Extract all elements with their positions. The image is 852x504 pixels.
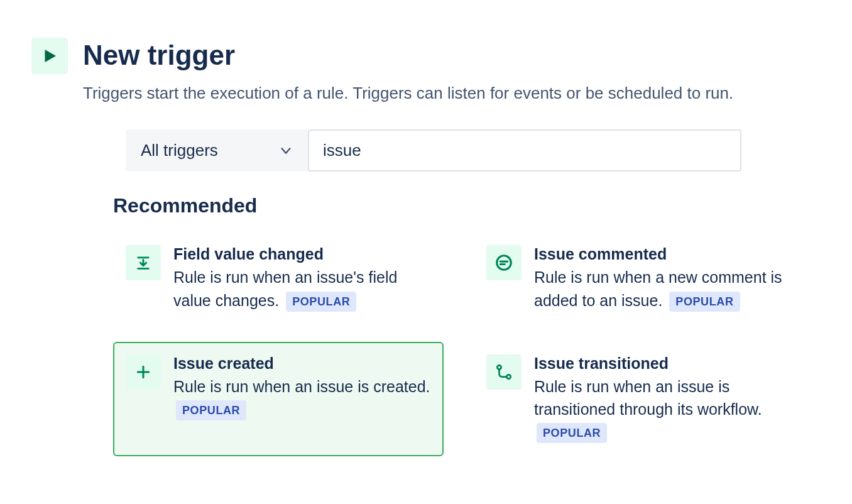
card-icon-box (126, 354, 161, 390)
card-icon-box (126, 245, 161, 280)
trigger-card-field-value-changed[interactable]: Field value changed Rule is run when an … (113, 233, 444, 324)
trigger-cards-grid: Field value changed Rule is run when an … (113, 233, 804, 456)
card-icon-box (486, 354, 522, 390)
card-description: Rule is run when an issue is transitione… (534, 375, 792, 444)
svg-point-2 (497, 256, 511, 270)
card-icon-box (486, 245, 522, 280)
card-description: Rule is run when an issue is created. PO… (173, 375, 431, 421)
page-description: Triggers start the execution of a rule. … (83, 82, 821, 104)
trigger-search-input[interactable] (308, 129, 741, 172)
trigger-play-icon-box (31, 38, 68, 74)
triggers-filter-dropdown[interactable]: All triggers (126, 129, 308, 172)
popular-badge: POPULAR (286, 292, 356, 312)
card-title: Issue commented (534, 245, 792, 263)
play-icon (40, 47, 59, 65)
plus-icon (135, 364, 151, 380)
popular-badge: POPULAR (669, 292, 740, 312)
card-title: Issue created (173, 354, 431, 373)
card-title: Issue transitioned (534, 354, 792, 373)
card-description: Rule is run when an issue's field value … (173, 266, 431, 312)
trigger-card-issue-created[interactable]: Issue created Rule is run when an issue … (113, 342, 444, 456)
card-description: Rule is run when a new comment is added … (534, 266, 792, 312)
recommended-heading: Recommended (113, 194, 821, 217)
comment-icon (494, 253, 513, 272)
card-title: Field value changed (173, 245, 431, 263)
workflow-icon (494, 363, 513, 381)
trigger-card-issue-transitioned[interactable]: Issue transitioned Rule is run when an i… (474, 342, 804, 456)
page-title: New trigger (83, 38, 235, 70)
dropdown-label: All triggers (141, 141, 218, 160)
popular-badge: POPULAR (537, 423, 607, 443)
chevron-down-icon (279, 144, 293, 158)
trigger-card-issue-commented[interactable]: Issue commented Rule is run when a new c… (474, 233, 804, 324)
popular-badge: POPULAR (176, 400, 246, 420)
field-value-changed-icon (134, 254, 152, 271)
